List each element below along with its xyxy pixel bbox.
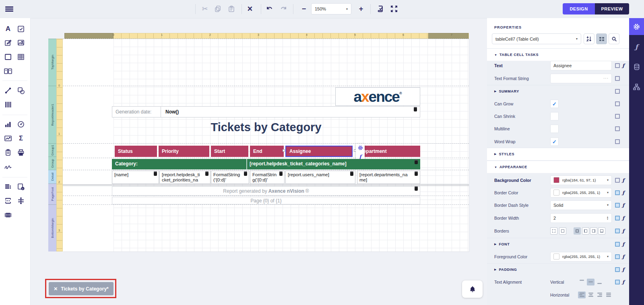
horizontal-band-icon[interactable] bbox=[3, 210, 13, 220]
align-bottom-button[interactable] bbox=[596, 278, 603, 285]
border-none-button[interactable] bbox=[550, 227, 557, 235]
expression-icon[interactable]: ƒ bbox=[622, 228, 624, 234]
prop-marker-checkbox[interactable] bbox=[615, 101, 620, 106]
detail-cell-name[interactable]: [name] bbox=[112, 171, 159, 184]
align-right-button[interactable] bbox=[596, 291, 603, 298]
border-dash-style-select[interactable]: Solid ▾ bbox=[550, 200, 612, 210]
border-width-stepper[interactable]: 2 ▲▼ bbox=[550, 213, 612, 223]
functions-rail-tab[interactable]: ƒ bbox=[629, 38, 644, 55]
undo-icon[interactable] bbox=[264, 4, 275, 14]
page-info-icon[interactable] bbox=[16, 182, 26, 192]
detail-cell-start[interactable]: FormatString ('{0:d}' bbox=[211, 171, 249, 184]
notifications-button[interactable] bbox=[462, 280, 483, 298]
expression-icon[interactable]: ƒ bbox=[622, 279, 624, 285]
section-summary[interactable]: ▶ SUMMARY bbox=[487, 85, 629, 97]
prop-marker-checkbox[interactable] bbox=[615, 114, 620, 119]
resize-handle[interactable] bbox=[283, 149, 285, 152]
text-format-input[interactable]: ··· bbox=[550, 74, 612, 83]
data-band-icon[interactable] bbox=[3, 182, 13, 192]
shape-component-icon[interactable] bbox=[16, 86, 26, 95]
categorized-view-button[interactable] bbox=[596, 33, 607, 44]
pdf-export-icon[interactable] bbox=[16, 148, 26, 157]
zoom-out-icon[interactable]: − bbox=[299, 4, 309, 14]
data-sources-rail-tab[interactable] bbox=[629, 58, 644, 75]
image-component-icon[interactable] bbox=[16, 38, 26, 47]
validate-report-icon[interactable] bbox=[375, 4, 386, 14]
band-top-margin[interactable]: TopMargin bbox=[48, 39, 56, 86]
page-break-icon[interactable] bbox=[3, 196, 13, 206]
chart-component-icon[interactable] bbox=[3, 120, 13, 129]
expression-icon[interactable]: ƒ bbox=[622, 63, 624, 68]
sort-properties-button[interactable] bbox=[584, 33, 594, 44]
align-left-button-active[interactable] bbox=[578, 291, 586, 298]
header-cell-priority[interactable]: Priority bbox=[159, 146, 209, 157]
logo-component[interactable]: axence® bbox=[335, 87, 420, 106]
prop-marker-checkbox[interactable] bbox=[615, 178, 620, 183]
detail-cell-priority[interactable]: [report.helpdesk_ti cket_priorities_na bbox=[159, 171, 211, 184]
expression-icon[interactable]: ƒ bbox=[622, 177, 624, 183]
signature-component-icon[interactable] bbox=[3, 162, 13, 172]
align-middle-button-active[interactable] bbox=[587, 278, 594, 285]
section-styles[interactable]: ▶ STYLES bbox=[487, 148, 629, 160]
header-cell-end[interactable]: End bbox=[250, 146, 284, 157]
preview-tab[interactable]: PREVIEW bbox=[595, 3, 629, 14]
align-justify-button[interactable] bbox=[605, 291, 612, 298]
band-page-footer[interactable]: PageFoot bbox=[48, 183, 56, 204]
prop-marker-checkbox[interactable] bbox=[615, 242, 620, 247]
report-tree-rail-tab[interactable] bbox=[629, 78, 644, 95]
expression-icon[interactable]: ƒ bbox=[622, 241, 624, 247]
header-cell-department[interactable]: Department bbox=[357, 146, 420, 157]
zoom-level-select[interactable]: 150% ▾ bbox=[311, 3, 351, 14]
band-detail[interactable]: Detail bbox=[48, 170, 56, 183]
word-wrap-checkbox[interactable]: ✓ bbox=[550, 137, 559, 146]
foreground-color-select[interactable]: rgba(255, 255, 255, 1) ▾ bbox=[550, 252, 612, 262]
align-top-button[interactable] bbox=[578, 278, 586, 285]
prop-marker-checkbox[interactable] bbox=[615, 203, 620, 208]
expression-icon[interactable]: ƒ bbox=[622, 202, 624, 208]
report-title[interactable]: Tickets by Category bbox=[112, 121, 420, 134]
zoom-in-icon[interactable]: + bbox=[356, 4, 366, 14]
design-tab[interactable]: DESIGN bbox=[563, 3, 595, 14]
text-input[interactable]: Assignee bbox=[550, 61, 612, 70]
can-shrink-checkbox[interactable] bbox=[550, 112, 559, 120]
subreport-component-icon[interactable] bbox=[3, 66, 13, 76]
page-counter-row[interactable]: Page {0} of {1} bbox=[112, 197, 420, 204]
gauge-component-icon[interactable] bbox=[16, 120, 26, 129]
line-component-icon[interactable] bbox=[3, 86, 13, 95]
prop-marker-checkbox[interactable] bbox=[615, 216, 620, 221]
tab-close-icon[interactable]: ✕ bbox=[54, 286, 58, 292]
can-grow-checkbox[interactable]: ✓ bbox=[550, 99, 559, 108]
paste-icon[interactable] bbox=[226, 4, 237, 14]
detail-cell-department[interactable]: [report.departments_na me] bbox=[357, 171, 420, 184]
detail-cell-assignee[interactable]: [report.users_name] bbox=[285, 171, 355, 184]
fullscreen-icon[interactable] bbox=[389, 4, 399, 14]
document-tab[interactable]: ✕ Tickets by Category* bbox=[49, 282, 114, 295]
border-right-button[interactable] bbox=[590, 227, 597, 235]
section-font[interactable]: ▶ FONT ƒ bbox=[487, 238, 629, 250]
prop-marker-checkbox[interactable] bbox=[615, 254, 620, 259]
report-generated-row[interactable]: Report generated by Axence nVision ® bbox=[112, 186, 420, 196]
prop-marker-checkbox[interactable] bbox=[615, 139, 620, 144]
table-component-icon[interactable] bbox=[16, 52, 26, 62]
header-cell-status[interactable]: Status bbox=[115, 146, 157, 157]
component-selector[interactable]: tableCell7 (Table Cell) ▾ bbox=[492, 33, 581, 44]
prop-marker-checkbox[interactable] bbox=[615, 126, 620, 131]
background-color-select[interactable]: rgba(184, 61, 97, 1) ▾ bbox=[550, 175, 612, 185]
delete-icon[interactable]: × bbox=[245, 4, 255, 14]
expression-icon[interactable]: ƒ bbox=[622, 254, 624, 260]
panel-component-icon[interactable] bbox=[3, 52, 13, 62]
cell-settings-gear-icon[interactable] bbox=[358, 145, 363, 150]
cut-icon[interactable]: ✂ bbox=[200, 4, 210, 14]
richtext-component-icon[interactable] bbox=[3, 38, 13, 47]
barcode-component-icon[interactable] bbox=[3, 100, 13, 109]
checkbox-component-icon[interactable] bbox=[16, 24, 26, 34]
category-group-row[interactable]: Category: [report.helpdesk_ticket_catego… bbox=[112, 159, 420, 169]
clipboard-component-icon[interactable] bbox=[3, 148, 13, 157]
report-page[interactable] bbox=[63, 39, 469, 251]
border-left-button[interactable] bbox=[582, 227, 589, 235]
align-center-button[interactable] bbox=[587, 291, 594, 298]
text-component-icon[interactable]: A bbox=[3, 24, 13, 34]
section-padding[interactable]: ▶ PADDING ƒ bbox=[487, 263, 629, 276]
prop-marker-checkbox[interactable] bbox=[615, 190, 620, 195]
band-bottom-margin[interactable]: BottomMargin bbox=[48, 204, 56, 251]
